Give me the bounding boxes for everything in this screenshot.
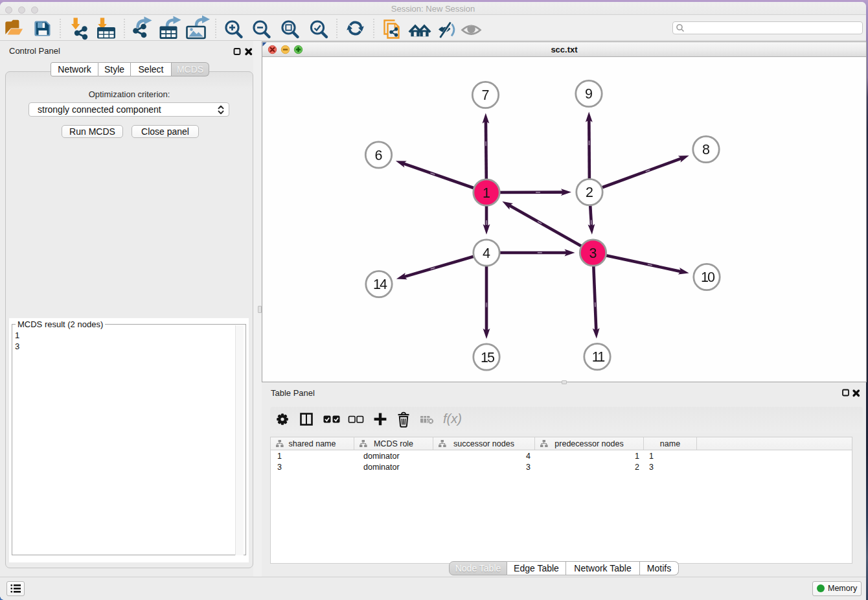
- svg-text:1: 1: [483, 185, 490, 201]
- svg-text:7: 7: [482, 87, 490, 103]
- svg-text:11: 11: [592, 349, 604, 365]
- svg-text:14: 14: [373, 277, 387, 292]
- svg-text:2: 2: [586, 185, 593, 200]
- svg-text:4: 4: [483, 246, 490, 261]
- svg-text:f(x): f(x): [443, 411, 462, 426]
- svg-text:6: 6: [375, 148, 383, 163]
- svg-text:8: 8: [702, 142, 710, 157]
- svg-text:15: 15: [481, 350, 495, 365]
- svg-text:3: 3: [589, 246, 597, 261]
- svg-text:10: 10: [701, 270, 715, 285]
- svg-text:9: 9: [585, 86, 593, 102]
